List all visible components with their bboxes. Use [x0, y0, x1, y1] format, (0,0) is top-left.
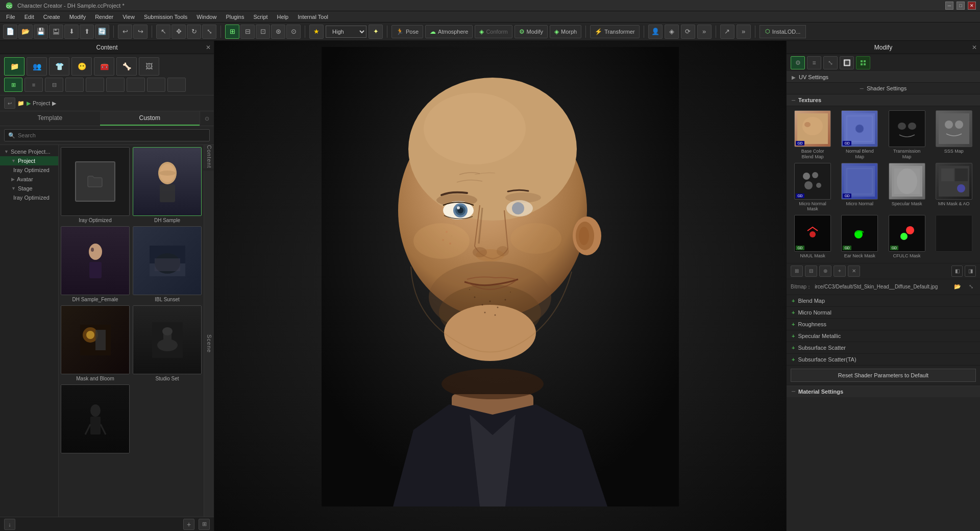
pose-button[interactable]: 🏃 Pose [391, 25, 423, 38]
rotate-button[interactable]: ↻ [187, 25, 201, 39]
search-input[interactable] [4, 129, 210, 141]
menu-help[interactable]: Help [273, 13, 293, 21]
menu-create[interactable]: Create [39, 13, 64, 21]
texture-base-color[interactable]: GD Base ColorBlend Map [791, 110, 835, 160]
view-full-button[interactable]: ⊞ [225, 25, 239, 39]
view-split-button[interactable]: ⊟ [240, 25, 255, 39]
tab-template[interactable]: Template [0, 111, 100, 126]
extra-btn4[interactable]: » [697, 25, 712, 39]
lighting-button[interactable]: ✦ [369, 25, 383, 39]
expand-roughness[interactable]: + Roughness [787, 319, 980, 330]
tab-custom[interactable]: Custom [100, 111, 200, 126]
modify-tab-settings[interactable]: ⚙ [791, 56, 805, 69]
add-item-button[interactable]: + [183, 519, 194, 530]
content-sm3-btn[interactable] [106, 78, 125, 92]
tex-add-btn[interactable]: + [834, 266, 846, 277]
grid-item-mask-bloom[interactable]: Mask and Bloom [61, 305, 130, 381]
tree-item-stage[interactable]: ▼ Stage [0, 184, 58, 193]
content-sm6-btn[interactable] [167, 78, 186, 92]
content-detail-btn[interactable]: ⊟ [45, 78, 63, 92]
grid-item-studio[interactable]: Studio Set [133, 305, 202, 381]
grid-item-dh-sample[interactable]: DH Sample [133, 147, 202, 223]
grid-item-ibl[interactable]: IBL Sunset [133, 226, 202, 302]
bitmap-browse-button[interactable]: 📂 [952, 282, 963, 292]
modify-tab-pattern[interactable] [856, 56, 870, 69]
content-sm2-btn[interactable] [86, 78, 104, 92]
menu-modify[interactable]: Modify [65, 13, 90, 21]
undo-button[interactable]: ↩ [118, 25, 132, 39]
shader-settings-header[interactable]: ─ Shader Settings [787, 83, 980, 94]
texture-micro-normal-mask[interactable]: GD Micro NormalMask [791, 163, 835, 212]
menu-render[interactable]: Render [91, 13, 117, 21]
close-button[interactable]: ✕ [968, 2, 976, 10]
bitmap-expand-button[interactable]: ⤡ [966, 282, 976, 292]
save-button[interactable]: 💾 [34, 25, 48, 39]
menu-window[interactable]: Window [192, 13, 220, 21]
grid-item-dh-female[interactable]: DH Sample_Female [61, 226, 130, 302]
scale-button[interactable]: ⤡ [202, 25, 216, 39]
texture-ear-neck-mask[interactable]: GD Ear Neck Mask [838, 215, 881, 259]
viewport[interactable] [214, 41, 786, 531]
menu-edit[interactable]: Edit [20, 13, 38, 21]
open-button[interactable]: 📂 [18, 25, 33, 39]
menu-script[interactable]: Script [249, 13, 272, 21]
expand-blend-map[interactable]: + Blend Map [787, 295, 980, 307]
content-folder-btn[interactable]: 📁 [4, 57, 24, 76]
texture-normal-blend[interactable]: GD Normal BlendMap [838, 110, 881, 160]
extra-btn3[interactable]: ⟳ [681, 25, 695, 39]
content-people-btn[interactable]: 👥 [27, 57, 47, 76]
content-sm1-btn[interactable] [65, 78, 84, 92]
new-button[interactable]: 📄 [3, 25, 17, 39]
content-skeleton-btn[interactable]: 🦴 [116, 57, 137, 76]
textures-section-header[interactable]: ─ Textures [787, 94, 980, 106]
export-button[interactable]: ⬆ [80, 25, 94, 39]
extra-btn5[interactable]: ↗ [720, 25, 734, 39]
tex-extra-btn2[interactable]: ◨ [965, 266, 976, 277]
texture-transmission[interactable]: TransmissionMap [885, 110, 929, 160]
instalod-button[interactable]: ⬡ InstaLOD... [760, 25, 806, 38]
tex-extra-btn1[interactable]: ◧ [951, 266, 963, 277]
extra-btn2[interactable]: ◈ [665, 25, 679, 39]
grid-item-iray-opt[interactable]: Iray Optimized [61, 147, 130, 223]
tex-resize-btn[interactable]: ⊞ [791, 266, 803, 277]
tree-item-scene-project[interactable]: ▼ Scene Project... [0, 147, 58, 156]
atmosphere-button[interactable]: ☁ Atmosphere [425, 25, 473, 38]
texture-sss-map[interactable]: SSS Map [932, 110, 976, 160]
move-button[interactable]: ✥ [172, 25, 186, 39]
grid-item-dark-char[interactable] [61, 384, 130, 455]
tex-zoom-btn[interactable]: ⊛ [819, 266, 831, 277]
tab-extra-button[interactable]: ⊙ [200, 111, 214, 126]
content-props-btn[interactable]: 🧰 [94, 57, 114, 76]
import-button[interactable]: ⬇ [64, 25, 79, 39]
content-close-button[interactable]: ✕ [206, 44, 211, 51]
texture-mn-mask-ao[interactable]: MN Mask & AO [932, 163, 976, 212]
expand-subsurface-scatter[interactable]: + Subsurface Scatter [787, 342, 980, 354]
reset-shader-button[interactable]: Reset Shader Parameters to Default [791, 369, 976, 382]
quality-star-button[interactable]: ★ [309, 25, 324, 39]
texture-cfulc-mask[interactable]: GD CFULC Mask [885, 215, 929, 259]
uv-settings-section[interactable]: ▶ UV Settings [787, 72, 980, 83]
tree-item-iray1[interactable]: Iray Optimized [0, 165, 58, 175]
morph-button[interactable]: ◈ Morph [550, 25, 581, 38]
menu-internal-tool[interactable]: Internal Tool [293, 13, 332, 21]
minimize-button[interactable]: ─ [945, 2, 953, 10]
save-as-button[interactable] [49, 25, 63, 39]
menu-submission-tools[interactable]: Submission Tools [140, 13, 191, 21]
nav-back-button[interactable]: ↩ [4, 98, 15, 109]
export2-button[interactable]: 🔄 [95, 25, 109, 39]
tree-item-iray2[interactable]: Iray Optimized [0, 193, 58, 202]
content-list-btn[interactable]: ≡ [24, 78, 43, 92]
extra-btn6[interactable]: » [737, 25, 751, 39]
material-settings-section[interactable]: ─ Material Settings [787, 385, 980, 397]
expand-micro-normal[interactable]: + Micro Normal [787, 307, 980, 319]
menu-plugins[interactable]: Plugins [222, 13, 248, 21]
content-scene-btn[interactable]: 🖼 [139, 57, 159, 76]
view-persp-button[interactable]: ⊛ [271, 25, 285, 39]
tree-item-project[interactable]: ▼ Project [0, 156, 58, 165]
menu-view[interactable]: View [118, 13, 139, 21]
side-scene-tab[interactable]: Scene [204, 171, 214, 517]
transformer-button[interactable]: ⚡ Transformer [590, 25, 640, 38]
content-shirt-btn[interactable]: 👕 [49, 57, 69, 76]
texture-micro-normal[interactable]: GD Micro Normal [838, 163, 881, 212]
tree-item-avatar[interactable]: ▶ Avatar [0, 175, 58, 184]
